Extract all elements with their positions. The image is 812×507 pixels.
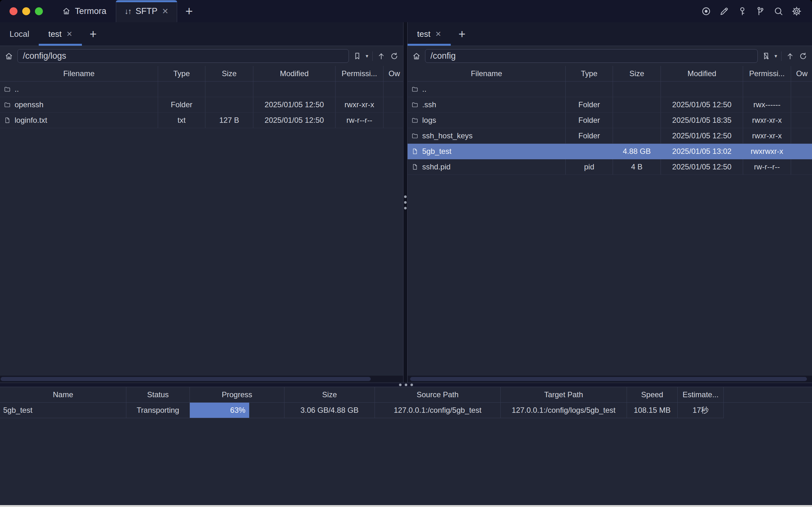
- file-row[interactable]: opensshFolder2025/01/05 12:50rwxr-xr-x: [0, 97, 403, 113]
- right-file-table: FilenameTypeSizeModifiedPermissi...Ow...…: [408, 66, 812, 376]
- file-cell-size: [205, 97, 253, 112]
- transfer-cell-progress-label: 63%: [190, 403, 284, 418]
- file-cell-modified: 2025/01/05 13:02: [661, 144, 743, 159]
- file-cell-permissions: rwxr-xr-x: [743, 113, 791, 128]
- file-cell-modified: 2025/01/05 12:50: [661, 97, 743, 112]
- file-row[interactable]: logsFolder2025/01/05 18:35rwxr-xr-x: [408, 113, 812, 128]
- column-header-type[interactable]: Type: [566, 66, 613, 81]
- file-table-header: FilenameTypeSizeModifiedPermissi...Ow: [408, 66, 812, 81]
- column-header-ow[interactable]: Ow: [791, 66, 812, 81]
- pane-tab-Local[interactable]: Local: [0, 22, 39, 46]
- vertical-splitter[interactable]: [403, 22, 408, 383]
- file-row[interactable]: 5gb_test4.88 GB2025/01/05 13:02rwxrwxr-x: [408, 144, 812, 159]
- file-cell-modified: 2025/01/05 12:50: [661, 159, 743, 174]
- keychain-icon[interactable]: [755, 6, 766, 16]
- transfer-column-header-name[interactable]: Name: [0, 387, 126, 402]
- column-header-type[interactable]: Type: [158, 66, 205, 81]
- file-cell-modified: 2025/01/05 12:50: [253, 113, 335, 128]
- record-icon[interactable]: [701, 6, 711, 16]
- file-cell-name: ..: [0, 81, 158, 97]
- file-row[interactable]: sshd.pidpid4 B2025/01/05 12:50rw-r--r--: [408, 159, 812, 175]
- transfer-column-header-progress[interactable]: Progress: [190, 387, 284, 402]
- folder-icon: [412, 132, 418, 139]
- refresh-icon[interactable]: [390, 52, 399, 61]
- file-cell-permissions: [743, 81, 791, 97]
- file-panes: Localtest✕+ ▾: [0, 22, 812, 383]
- column-header-size[interactable]: Size: [613, 66, 661, 81]
- file-row[interactable]: ..: [408, 81, 812, 97]
- transfer-row[interactable]: 5gb_testTransporting63%3.06 GB/4.88 GB12…: [0, 403, 812, 418]
- bookmark-slash-icon[interactable]: [762, 52, 770, 60]
- path-input[interactable]: [425, 49, 758, 63]
- column-header-modified[interactable]: Modified: [661, 66, 743, 81]
- file-cell-size: [613, 128, 661, 144]
- column-header-ow[interactable]: Ow: [383, 66, 403, 81]
- refresh-icon[interactable]: [799, 52, 808, 61]
- column-header-filename[interactable]: Filename: [0, 66, 158, 81]
- titlebar: Termora ↓↑ SFTP ✕ +: [0, 0, 812, 22]
- new-pane-tab-button[interactable]: +: [453, 27, 471, 41]
- right-scrollbar-thumb[interactable]: [410, 377, 807, 381]
- file-cell-permissions: rw-r--r--: [335, 113, 383, 128]
- left-file-table: FilenameTypeSizeModifiedPermissi...Ow..o…: [0, 66, 403, 376]
- horizontal-splitter[interactable]: [0, 383, 812, 387]
- file-cell-owner: [791, 128, 812, 144]
- up-directory-icon[interactable]: [377, 52, 386, 61]
- file-cell-owner: [383, 81, 403, 97]
- file-row[interactable]: .sshFolder2025/01/05 12:50rwx------: [408, 97, 812, 113]
- close-icon[interactable]: ✕: [162, 7, 169, 16]
- file-cell-size: [613, 81, 661, 97]
- column-header-filename[interactable]: Filename: [408, 66, 566, 81]
- home-icon[interactable]: [4, 52, 13, 61]
- settings-icon[interactable]: [791, 6, 802, 16]
- new-tab-button[interactable]: +: [177, 0, 201, 22]
- transfer-cell-speed: 108.15 MB: [627, 403, 678, 418]
- close-tab-icon[interactable]: ✕: [66, 30, 72, 38]
- edit-icon[interactable]: [719, 6, 729, 16]
- tab-termora[interactable]: Termora: [52, 0, 116, 22]
- file-cell-name: .ssh: [408, 97, 566, 112]
- transfer-column-header-size[interactable]: Size: [284, 387, 375, 402]
- file-icon: [412, 148, 418, 155]
- pane-tab-test[interactable]: test✕: [39, 22, 82, 46]
- tab-sftp[interactable]: ↓↑ SFTP ✕: [116, 0, 177, 22]
- app-window: Termora ↓↑ SFTP ✕ +: [0, 0, 812, 507]
- right-path-bar: ▾: [408, 46, 812, 66]
- left-scrollbar-thumb[interactable]: [1, 377, 371, 381]
- folder-icon: [4, 101, 11, 108]
- chevron-down-icon[interactable]: ▾: [774, 53, 777, 59]
- minimize-window-button[interactable]: [22, 7, 30, 15]
- file-row[interactable]: ..: [0, 81, 403, 97]
- file-cell-size: 4 B: [613, 159, 661, 174]
- home-icon[interactable]: [412, 52, 421, 61]
- new-pane-tab-button[interactable]: +: [84, 27, 102, 41]
- transfer-column-header-estimate[interactable]: Estimate...: [678, 387, 724, 402]
- column-header-size[interactable]: Size: [205, 66, 253, 81]
- column-header-modified[interactable]: Modified: [253, 66, 335, 81]
- file-row[interactable]: loginfo.txttxt127 B2025/01/05 12:50rw-r-…: [0, 113, 403, 128]
- filename-label: ..: [422, 85, 426, 94]
- toolbar: [701, 0, 812, 22]
- up-directory-icon[interactable]: [786, 52, 795, 61]
- chevron-down-icon[interactable]: ▾: [366, 53, 368, 59]
- close-window-button[interactable]: [9, 7, 17, 15]
- pane-tab-test[interactable]: test✕: [408, 22, 451, 46]
- column-header-permissi[interactable]: Permissi...: [743, 66, 791, 81]
- file-cell-size: 127 B: [205, 113, 253, 128]
- transfer-column-header-status[interactable]: Status: [126, 387, 190, 402]
- path-input[interactable]: [17, 49, 349, 63]
- transfer-cell-name: 5gb_test: [0, 403, 126, 418]
- file-cell-permissions: rwx------: [743, 97, 791, 112]
- close-tab-icon[interactable]: ✕: [435, 30, 441, 38]
- file-cell-owner: [791, 113, 812, 128]
- transfer-column-header-speed[interactable]: Speed: [627, 387, 678, 402]
- search-icon[interactable]: [773, 6, 784, 16]
- column-header-permissi[interactable]: Permissi...: [335, 66, 383, 81]
- file-row[interactable]: ssh_host_keysFolder2025/01/05 12:50rwxr-…: [408, 128, 812, 144]
- bookmark-icon[interactable]: [353, 52, 362, 60]
- zoom-window-button[interactable]: [35, 7, 43, 15]
- file-cell-owner: [791, 159, 812, 174]
- transfer-column-header-sourcepath[interactable]: Source Path: [375, 387, 501, 402]
- transfer-column-header-targetpath[interactable]: Target Path: [501, 387, 627, 402]
- key-icon[interactable]: [737, 6, 748, 16]
